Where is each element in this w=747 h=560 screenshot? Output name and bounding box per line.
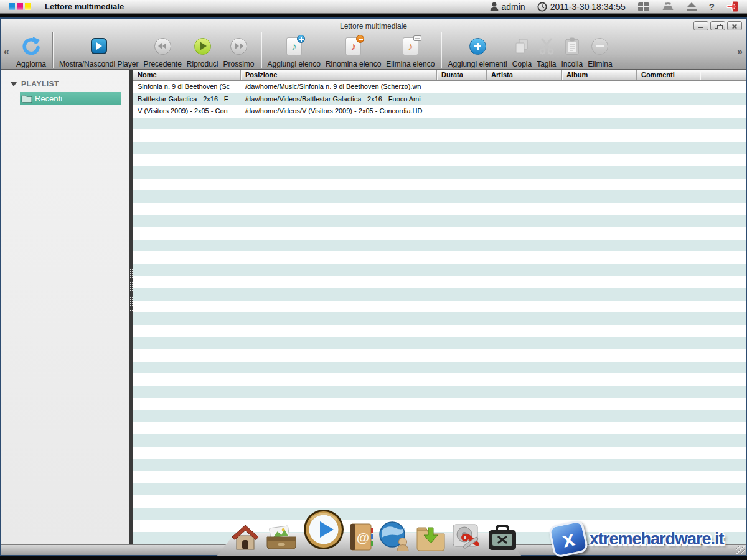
next-button[interactable]: Prossimo [221,29,257,68]
column-header-nome[interactable]: Nome [133,70,241,80]
cell-commenti [637,81,700,93]
cell-artista [487,81,562,93]
play-button[interactable]: Riproduci [184,29,221,68]
dock-address-book-icon[interactable]: @ [349,523,374,551]
minimize-button[interactable] [693,21,708,30]
splitter-grip-icon [129,269,133,312]
clock-icon [537,2,547,12]
delete-items-button[interactable]: Elimina [585,29,614,68]
cell-durata [437,93,487,106]
toolbar-buttons: Aggiorna Mostra/Nascondi Player Preceden… [14,27,615,68]
cut-icon [539,34,554,58]
dock-download-icon[interactable] [415,525,446,551]
playlist-add-icon: ♪ [286,34,302,58]
table-header: Nome Posizione Durata Artista Album Comm… [133,70,746,81]
app-window: Lettore multimediale « » Aggiorna [0,17,747,556]
cell-posizione: /dav/home/Music/Sinfonia n. 9 di Beethov… [241,81,437,93]
column-header-album[interactable]: Album [562,70,637,80]
sidebar-item-recenti[interactable]: Recenti [20,92,121,105]
table-row[interactable]: Battlestar Galactica - 2x16 - F /dav/hom… [133,93,746,106]
topbar-right: admin 2011-3-30 18:34:55 [490,1,739,12]
logo-square-magenta [17,3,23,10]
toolbar-separator [52,32,53,68]
cut-button[interactable]: Taglia [534,29,558,68]
screen: Lettore multimediale admin 2011-3-30 18:… [0,0,747,560]
copy-icon [514,34,530,58]
logo-square-blue [9,3,15,10]
playlist-rename-icon: ♪ [345,34,361,58]
toolbar-scroll-left[interactable]: « [4,46,9,57]
topbar-app-title: Lettore multimediale [45,2,124,11]
pane-splitter[interactable] [129,70,133,544]
restore-button[interactable] [710,21,725,30]
sidebar-item-label: Recenti [35,94,62,103]
column-header-posizione[interactable]: Posizione [241,70,437,80]
table-body: Sinfonia n. 9 di Beethoven (Sc /dav/home… [133,81,746,544]
delete-playlist-button[interactable]: ♪ Elimina elenco [383,29,437,68]
cell-posizione: /dav/home/Videos/Battlestar Galactica - … [241,93,437,106]
cell-durata [437,81,487,93]
column-header-commenti[interactable]: Commenti [637,70,700,80]
column-header-empty [700,70,746,80]
collapse-arrow-icon [11,82,17,86]
window-controls [693,21,742,30]
next-icon [230,34,247,58]
dock-photos-icon[interactable] [265,525,298,551]
toolbar-scroll-right[interactable]: » [737,46,743,57]
playlist-sidebar: PLAYLIST Recenti [1,70,129,544]
player-toggle-icon [91,34,107,58]
toolbar-separator [261,32,261,68]
refresh-icon [21,34,41,58]
cell-album [562,105,637,118]
help-icon[interactable]: ? [709,1,715,12]
user-menu[interactable]: admin [490,2,525,12]
copy-button[interactable]: Copia [510,29,534,68]
folder-icon [21,94,32,103]
dock-system-tools-icon[interactable] [487,525,517,551]
xtremehardware-badge: x [548,520,589,559]
column-header-durata[interactable]: Durata [437,70,487,80]
window-toolbar: Lettore multimediale « » Aggiorna [1,19,746,70]
add-items-button[interactable]: Aggiungi elementi [445,29,509,68]
previous-icon [154,34,171,58]
dock-home-icon[interactable] [231,524,260,551]
eject-icon[interactable] [686,2,697,11]
logout-icon[interactable] [726,1,738,12]
cell-album [562,81,637,93]
datetime: 2011-3-30 18:34:55 [550,2,626,12]
user-name: admin [502,2,525,12]
svg-text:@: @ [357,530,369,544]
cell-nome: V (Visitors 2009) - 2x05 - Con [133,105,241,118]
previous-button[interactable]: Precedente [141,29,184,68]
rename-playlist-button[interactable]: ♪ Rinomina elenco [323,29,383,68]
dock-media-player-icon[interactable] [303,509,344,550]
delete-icon [591,34,608,58]
cell-nome: Sinfonia n. 9 di Beethoven (Sc [133,81,241,93]
toggle-player-button[interactable]: Mostra/Nascondi Player [57,29,141,68]
refresh-button[interactable]: Aggiorna [14,29,49,68]
user-icon [490,2,499,11]
dock-web-users-icon[interactable] [379,521,410,551]
toolbar-separator [441,32,441,68]
background-tasks-icon[interactable] [662,2,674,11]
xtremehardware-text: xtremehardware.it [590,530,724,549]
paste-icon [564,34,580,58]
playlist-delete-icon: ♪ [403,34,418,58]
xtremehardware-watermark: x xtremehardware.it [551,520,741,558]
nas-logo [9,3,31,10]
table-row[interactable]: Sinfonia n. 9 di Beethoven (Sc /dav/home… [133,81,746,93]
table-row[interactable]: V (Visitors 2009) - 2x05 - Con /dav/home… [133,105,746,118]
cell-artista [487,93,562,106]
add-playlist-button[interactable]: ♪ Aggiungi elenco [265,29,323,68]
cell-posizione: /dav/home/Videos/V (Visitors 2009) - 2x0… [241,105,437,118]
close-button[interactable] [727,21,742,30]
playlist-section-header[interactable]: PLAYLIST [11,80,129,88]
show-desktop-icon[interactable] [637,2,650,12]
paste-button[interactable]: Incolla [559,29,586,68]
cell-commenti [637,105,700,118]
column-header-artista[interactable]: Artista [487,70,562,80]
cell-artista [487,105,562,118]
dock-disk-tools-icon[interactable] [451,523,482,551]
system-clock: 2011-3-30 18:34:55 [537,2,626,12]
playlist-section-label: PLAYLIST [21,80,59,88]
